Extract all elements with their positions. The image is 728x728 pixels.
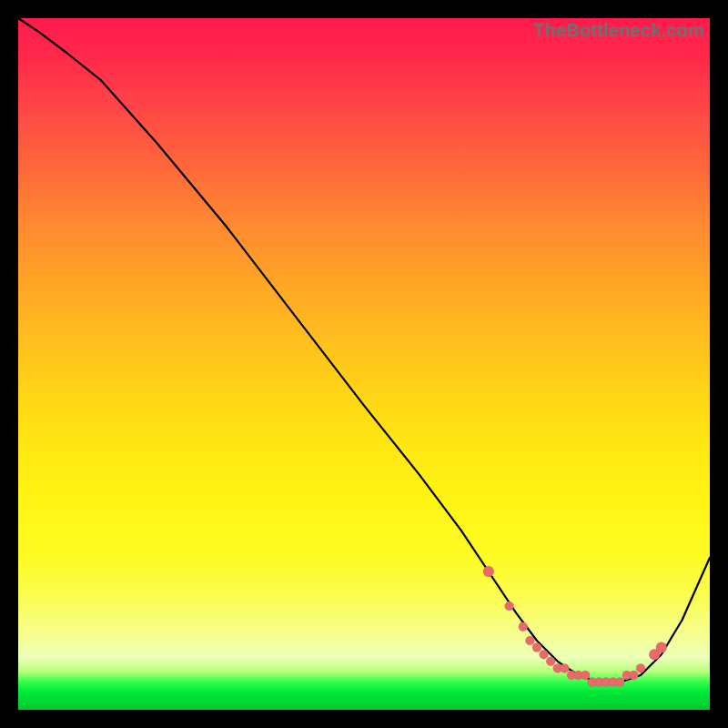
bottleneck-curve-path [18,18,710,682]
curve-svg [18,18,710,710]
valley-dot [540,650,549,659]
plot-area: TheBottleneck.com [18,18,710,710]
valley-dot [629,671,638,680]
valley-dot [656,642,667,653]
valley-dot [581,671,590,680]
valley-dot [560,663,569,672]
valley-dot [546,657,555,666]
valley-dot [615,678,624,687]
chart-frame: TheBottleneck.com [0,0,728,728]
valley-dot [636,663,645,672]
valley-dot [519,622,528,632]
valley-dot [532,643,541,652]
valley-dot [483,566,494,577]
valley-dots-group [483,566,667,687]
valley-dot [525,636,534,645]
valley-dot [505,602,514,611]
